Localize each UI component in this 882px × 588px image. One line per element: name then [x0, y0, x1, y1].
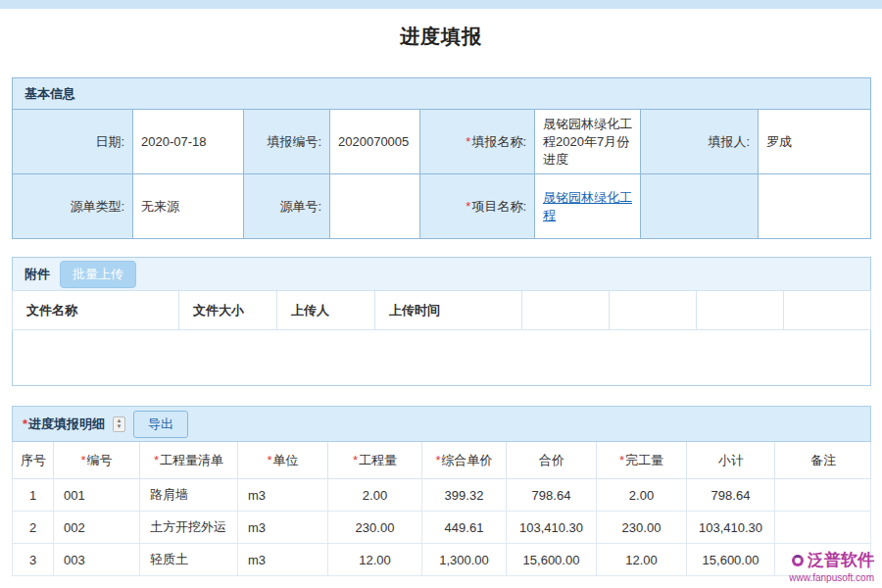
required-asterisk: *: [466, 134, 470, 149]
col-header-subtotal: 小计: [687, 442, 775, 479]
cell-quantity: 230.00: [328, 512, 422, 544]
col-header-seq: 序号: [13, 442, 54, 479]
source-no-label: 源单号:: [244, 174, 330, 239]
report-name-label: *填报名称:: [420, 110, 535, 174]
export-button[interactable]: 导出: [133, 411, 188, 438]
progress-detail-title-row: *进度填报明细 ▲▼ 导出: [13, 407, 871, 442]
cell-unit: m3: [238, 479, 328, 512]
report-no-value: 2020070005: [330, 110, 420, 174]
batch-upload-button[interactable]: 批量上传: [60, 261, 136, 288]
cell-code: 003: [54, 544, 140, 576]
empty-label-cell: [641, 174, 759, 239]
source-no-value: [330, 174, 420, 239]
brand-name: 泛普软件: [808, 549, 874, 571]
cell-total-price: 15,600.00: [507, 544, 597, 576]
report-name-value: 晟铭园林绿化工程2020年7月份进度: [535, 110, 641, 174]
cell-completed-qty: 2.00: [597, 479, 687, 512]
attachments-table: 附件 批量上传 文件名称 文件大小 上传人 上传时间: [12, 257, 871, 386]
cell-quantity: 12.00: [328, 544, 422, 576]
basic-info-table: 基本信息 日期: 2020-07-18 填报编号: 2020070005 *填报…: [12, 77, 871, 239]
col-header-uploader: 上传人: [277, 291, 375, 330]
source-type-label: 源单类型:: [13, 174, 133, 239]
cell-completed-qty: 12.00: [597, 544, 687, 576]
col-header-boq: *工程量清单: [140, 442, 238, 479]
col-header-file-size: 文件大小: [179, 291, 277, 330]
attachments-header-row: 文件名称 文件大小 上传人 上传时间: [13, 291, 871, 330]
basic-info-header-row: 基本信息: [13, 78, 871, 110]
col-header-upload-time: 上传时间: [375, 291, 522, 330]
col-header-empty: [610, 291, 697, 330]
cell-unit-price: 1,300.00: [422, 544, 507, 576]
col-header-code: *编号: [54, 442, 140, 479]
col-header-remark: 备注: [775, 442, 871, 479]
required-asterisk: *: [23, 416, 27, 431]
date-label: 日期:: [13, 110, 133, 174]
cell-subtotal: 798.64: [687, 479, 775, 512]
required-asterisk: *: [466, 199, 470, 214]
col-header-unit-price: *综合单价: [422, 442, 507, 479]
cell-code: 002: [54, 512, 140, 544]
col-header-empty: [697, 291, 784, 330]
cell-remark: [775, 479, 871, 512]
reporter-value: 罗成: [759, 110, 871, 174]
attachments-empty-area: [13, 330, 871, 386]
brand-url: www.fanpusoft.com: [789, 572, 874, 583]
cell-quantity: 2.00: [328, 479, 422, 512]
progress-detail-table: *进度填报明细 ▲▼ 导出 序号 *编号 *工程量清单 *单位 *工程量 *综合…: [12, 406, 871, 576]
cell-remark: [775, 512, 871, 544]
report-no-label: 填报编号:: [244, 110, 330, 174]
progress-detail-section-title: *进度填报明细: [23, 416, 105, 433]
col-header-quantity: *工程量: [328, 442, 422, 479]
sort-spinner-icon[interactable]: ▲▼: [113, 416, 125, 432]
cell-total-price: 103,410.30: [507, 512, 597, 544]
cell-subtotal: 15,600.00: [687, 544, 775, 576]
cell-code: 001: [54, 479, 140, 512]
cell-unit: m3: [238, 544, 328, 576]
cell-boq: 路肩墙: [140, 479, 238, 512]
table-row: 1 001 路肩墙 m3 2.00 399.32 798.64 2.00 798…: [13, 479, 871, 512]
project-name-label: *项目名称:: [420, 174, 535, 239]
date-value: 2020-07-18: [133, 110, 244, 174]
progress-detail-header-row: 序号 *编号 *工程量清单 *单位 *工程量 *综合单价 合价 *完工量 小计 …: [13, 442, 871, 479]
cell-completed-qty: 230.00: [597, 512, 687, 544]
source-type-value: 无来源: [133, 174, 244, 239]
col-header-empty: [784, 291, 871, 330]
attachments-section-title: 附件: [24, 266, 50, 283]
reporter-label: 填报人:: [641, 110, 759, 174]
fanpu-logo-icon: [792, 555, 804, 566]
top-strip: [0, 0, 882, 9]
project-name-link[interactable]: 晟铭园林绿化工程: [543, 190, 632, 222]
table-row: 2 002 土方开挖外运 m3 230.00 449.61 103,410.30…: [13, 512, 871, 544]
cell-seq: 2: [13, 512, 54, 544]
cell-unit: m3: [238, 512, 328, 544]
project-name-value: 晟铭园林绿化工程: [535, 174, 641, 239]
cell-boq: 土方开挖外运: [140, 512, 238, 544]
col-header-empty: [522, 291, 610, 330]
basic-info-row-2: 源单类型: 无来源 源单号: *项目名称: 晟铭园林绿化工程: [13, 174, 871, 239]
brand-watermark: 泛普软件 www.fanpusoft.com: [789, 549, 874, 583]
basic-info-row-1: 日期: 2020-07-18 填报编号: 2020070005 *填报名称: 晟…: [13, 110, 871, 174]
cell-boq: 轻质土: [140, 544, 238, 576]
col-header-unit: *单位: [238, 442, 328, 479]
col-header-total-price: 合价: [507, 442, 597, 479]
basic-info-section-title: 基本信息: [13, 78, 871, 110]
empty-value-cell: [759, 174, 871, 239]
cell-subtotal: 103,410.30: [687, 512, 775, 544]
cell-seq: 3: [13, 544, 54, 576]
col-header-file-name: 文件名称: [13, 291, 179, 330]
page-title: 进度填报: [0, 23, 882, 50]
cell-seq: 1: [13, 479, 54, 512]
cell-unit-price: 399.32: [422, 479, 507, 512]
cell-total-price: 798.64: [507, 479, 597, 512]
cell-unit-price: 449.61: [422, 512, 507, 544]
attachments-title-row: 附件 批量上传: [13, 258, 871, 291]
table-row: 3 003 轻质土 m3 12.00 1,300.00 15,600.00 12…: [13, 544, 871, 576]
col-header-completed-qty: *完工量: [597, 442, 687, 479]
